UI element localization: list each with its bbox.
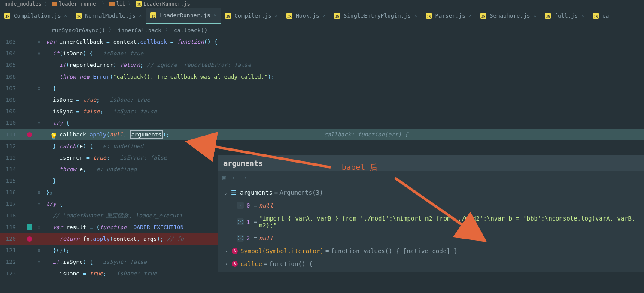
bookmark-marker[interactable] [27, 224, 32, 230]
array-index-icon: [·] [237, 235, 244, 242]
chevron-right-icon: 〉 [100, 0, 109, 8]
method-icon: λ [232, 248, 238, 254]
js-file-icon: JS [480, 13, 486, 19]
line-number[interactable]: 115 [0, 178, 24, 184]
js-file-icon: JS [593, 13, 599, 19]
list-icon: ☰ [231, 189, 237, 196]
js-file-icon: JS [225, 13, 231, 19]
tab-compilation[interactable]: JSCompilation.js× [0, 8, 71, 24]
js-file-icon: JS [136, 1, 142, 7]
line-number[interactable]: 120 [0, 236, 24, 242]
breadcrumb-file[interactable]: JS LoaderRunner.js [135, 1, 191, 7]
line-number[interactable]: 117 [0, 201, 24, 207]
debug-item-row[interactable]: [·] 1 = "import { varA, varB } from './m… [218, 212, 644, 232]
forward-icon[interactable]: → [242, 174, 246, 181]
close-icon[interactable]: × [275, 13, 278, 18]
annotation-label: babel 后 [342, 162, 377, 172]
tab-normalmodule[interactable]: JSNormalModule.js× [71, 8, 146, 24]
js-file-icon: JS [426, 13, 432, 19]
editor-tabs: JSCompilation.js× JSNormalModule.js× JSL… [0, 8, 644, 24]
line-number[interactable]: 118 [0, 212, 24, 219]
line-number[interactable]: 119 [0, 224, 24, 230]
line-number[interactable]: 116 [0, 189, 24, 196]
line-number[interactable]: 103 [0, 39, 24, 45]
new-watch-icon[interactable]: ▣ [222, 174, 226, 181]
js-file-icon: JS [76, 13, 82, 19]
line-number[interactable]: 122 [0, 259, 24, 265]
debug-variables: ⌄ ☰ arguments = Arguments(3) [·] 0 = nul… [218, 184, 644, 272]
chevron-right-icon: 〉 [105, 26, 118, 34]
tab-compiler[interactable]: JSCompiler.js× [221, 8, 282, 24]
nav-item[interactable]: innerCallback [118, 27, 161, 33]
js-file-icon: JS [150, 12, 156, 18]
folder-icon [109, 2, 115, 6]
debug-toolbar: ▣ ← → [218, 171, 644, 184]
chevron-right-icon[interactable]: › [225, 261, 232, 267]
line-number[interactable]: 114 [0, 166, 24, 172]
line-number[interactable]: 111 [0, 131, 24, 138]
nav-item[interactable]: callback() [174, 27, 207, 33]
folder-icon [52, 2, 57, 6]
debug-item-row[interactable]: [·] 2 = null [218, 232, 644, 245]
js-file-icon: JS [334, 13, 340, 19]
tab-ca[interactable]: JSca [589, 8, 614, 24]
file-breadcrumb: node_modules 〉 loader-runner 〉 lib 〉 JS … [0, 0, 644, 8]
debug-item-row[interactable]: [·] 0 = null [218, 199, 644, 212]
tab-semaphore[interactable]: JSSemaphore.js× [476, 8, 541, 24]
breadcrumb-folder[interactable]: node_modules [3, 1, 43, 7]
line-number[interactable]: 121 [0, 247, 24, 254]
tab-full[interactable]: JSfull.js× [541, 8, 588, 24]
tab-loaderrunner[interactable]: JSLoaderRunner.js× [146, 8, 221, 24]
chevron-right-icon[interactable]: › [225, 248, 232, 254]
array-index-icon: [·] [237, 202, 244, 209]
line-number[interactable]: 107 [0, 85, 24, 91]
chevron-down-icon[interactable]: ⌄ [224, 190, 231, 196]
breadcrumb-folder[interactable]: lib [109, 1, 127, 7]
tab-hook[interactable]: JSHook.js× [282, 8, 330, 24]
line-number[interactable]: 105 [0, 62, 24, 68]
chevron-right-icon: 〉 [161, 26, 174, 34]
nav-item[interactable]: runSyncOrAsync() [52, 27, 105, 33]
close-icon[interactable]: × [214, 12, 217, 18]
line-number[interactable]: 108 [0, 97, 24, 103]
close-icon[interactable]: × [414, 13, 417, 18]
debug-panel-title: arguments [218, 156, 644, 171]
debug-evaluate-panel: arguments ▣ ← → ⌄ ☰ arguments = Argument… [218, 155, 644, 272]
js-file-icon: JS [286, 13, 292, 19]
debug-callee-row[interactable]: › λ callee = function() { [218, 257, 644, 270]
chevron-right-icon: 〉 [126, 0, 135, 8]
close-icon[interactable]: × [581, 13, 584, 18]
close-icon[interactable]: × [323, 13, 326, 18]
code-nav-breadcrumb: runSyncOrAsync() 〉 innerCallback 〉 callb… [0, 24, 644, 36]
line-number[interactable]: 104 [0, 50, 24, 57]
breakpoint-marker[interactable] [27, 236, 32, 242]
close-icon[interactable]: × [64, 13, 67, 18]
tab-parser[interactable]: JSParser.js× [422, 8, 476, 24]
line-number[interactable]: 113 [0, 154, 24, 161]
close-icon[interactable]: × [534, 13, 537, 18]
breadcrumb-folder[interactable]: loader-runner [51, 1, 100, 7]
array-index-icon: [·] [237, 218, 244, 225]
lightbulb-icon[interactable]: 💡 [49, 132, 57, 140]
js-file-icon: JS [545, 13, 551, 19]
js-file-icon: JS [4, 13, 10, 19]
chevron-right-icon: 〉 [43, 0, 51, 8]
tab-singleentryplugin[interactable]: JSSingleEntryPlugin.js× [330, 8, 421, 24]
line-number[interactable]: 112 [0, 143, 24, 149]
line-number[interactable]: 106 [0, 73, 24, 80]
debug-symbol-row[interactable]: › λ Symbol(Symbol.iterator) = function v… [218, 245, 644, 257]
debug-root-row[interactable]: ⌄ ☰ arguments = Arguments(3) [218, 186, 644, 199]
method-icon: λ [232, 261, 238, 267]
line-number[interactable]: 110 [0, 120, 24, 126]
back-icon[interactable]: ← [232, 174, 236, 181]
close-icon[interactable]: × [469, 13, 472, 18]
line-number[interactable]: 109 [0, 108, 24, 115]
close-icon[interactable]: × [139, 13, 142, 18]
line-number[interactable]: 123 [0, 270, 24, 277]
breakpoint-marker[interactable] [27, 132, 32, 137]
